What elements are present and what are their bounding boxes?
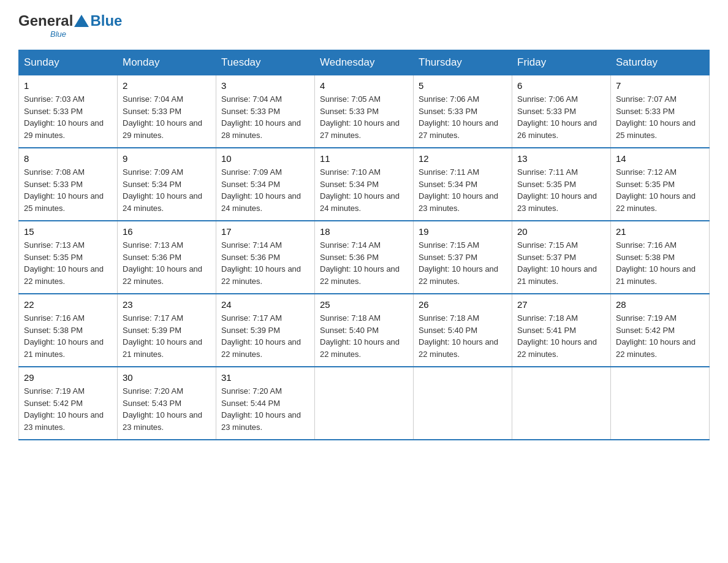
day-number: 21	[616, 226, 704, 237]
day-info: Sunrise: 7:19 AMSunset: 5:42 PMDaylight:…	[616, 312, 704, 360]
calendar-cell: 10Sunrise: 7:09 AMSunset: 5:34 PMDayligh…	[216, 148, 315, 221]
day-info: Sunrise: 7:18 AMSunset: 5:40 PMDaylight:…	[320, 312, 408, 360]
calendar-cell: 30Sunrise: 7:20 AMSunset: 5:43 PMDayligh…	[118, 367, 216, 440]
calendar-cell: 11Sunrise: 7:10 AMSunset: 5:34 PMDayligh…	[315, 148, 414, 221]
day-info: Sunrise: 7:11 AMSunset: 5:34 PMDaylight:…	[419, 166, 507, 214]
day-info: Sunrise: 7:06 AMSunset: 5:33 PMDaylight:…	[517, 93, 605, 141]
day-info: Sunrise: 7:18 AMSunset: 5:40 PMDaylight:…	[419, 312, 507, 360]
calendar-cell: 7Sunrise: 7:07 AMSunset: 5:33 PMDaylight…	[611, 75, 710, 148]
day-info: Sunrise: 7:05 AMSunset: 5:33 PMDaylight:…	[320, 93, 408, 141]
weekday-header-row: SundayMondayTuesdayWednesdayThursdayFrid…	[19, 50, 710, 75]
weekday-header-sunday: Sunday	[19, 50, 118, 75]
calendar-cell: 1Sunrise: 7:03 AMSunset: 5:33 PMDaylight…	[19, 75, 118, 148]
day-info: Sunrise: 7:17 AMSunset: 5:39 PMDaylight:…	[221, 312, 309, 360]
day-number: 12	[419, 153, 507, 164]
day-number: 9	[123, 153, 211, 164]
calendar-week-row: 8Sunrise: 7:08 AMSunset: 5:33 PMDaylight…	[19, 148, 710, 221]
day-info: Sunrise: 7:20 AMSunset: 5:43 PMDaylight:…	[123, 385, 211, 433]
calendar-cell: 15Sunrise: 7:13 AMSunset: 5:35 PMDayligh…	[19, 221, 118, 294]
calendar-cell: 19Sunrise: 7:15 AMSunset: 5:37 PMDayligh…	[414, 221, 512, 294]
day-info: Sunrise: 7:13 AMSunset: 5:36 PMDaylight:…	[123, 239, 211, 287]
calendar-cell: 17Sunrise: 7:14 AMSunset: 5:36 PMDayligh…	[216, 221, 315, 294]
calendar-cell: 28Sunrise: 7:19 AMSunset: 5:42 PMDayligh…	[611, 294, 710, 367]
calendar-cell: 25Sunrise: 7:18 AMSunset: 5:40 PMDayligh…	[315, 294, 414, 367]
day-info: Sunrise: 7:14 AMSunset: 5:36 PMDaylight:…	[320, 239, 408, 287]
calendar-week-row: 29Sunrise: 7:19 AMSunset: 5:42 PMDayligh…	[19, 367, 710, 440]
day-number: 3	[221, 80, 309, 91]
day-number: 25	[320, 299, 408, 310]
day-info: Sunrise: 7:17 AMSunset: 5:39 PMDaylight:…	[123, 312, 211, 360]
day-info: Sunrise: 7:04 AMSunset: 5:33 PMDaylight:…	[123, 93, 211, 141]
day-info: Sunrise: 7:18 AMSunset: 5:41 PMDaylight:…	[517, 312, 605, 360]
calendar-cell: 9Sunrise: 7:09 AMSunset: 5:34 PMDaylight…	[118, 148, 216, 221]
weekday-header-friday: Friday	[512, 50, 611, 75]
day-number: 30	[123, 372, 211, 383]
calendar-cell: 29Sunrise: 7:19 AMSunset: 5:42 PMDayligh…	[19, 367, 118, 440]
day-number: 19	[419, 226, 507, 237]
calendar-cell: 12Sunrise: 7:11 AMSunset: 5:34 PMDayligh…	[414, 148, 512, 221]
day-info: Sunrise: 7:10 AMSunset: 5:34 PMDaylight:…	[320, 166, 408, 214]
calendar-cell	[512, 367, 611, 440]
calendar-cell: 21Sunrise: 7:16 AMSunset: 5:38 PMDayligh…	[611, 221, 710, 294]
day-number: 5	[419, 80, 507, 91]
day-info: Sunrise: 7:15 AMSunset: 5:37 PMDaylight:…	[419, 239, 507, 287]
day-info: Sunrise: 7:19 AMSunset: 5:42 PMDaylight:…	[24, 385, 112, 433]
logo-subtitle: Blue	[50, 29, 66, 39]
day-number: 16	[123, 226, 211, 237]
weekday-header-wednesday: Wednesday	[315, 50, 414, 75]
day-number: 11	[320, 153, 408, 164]
day-number: 26	[419, 299, 507, 310]
day-info: Sunrise: 7:16 AMSunset: 5:38 PMDaylight:…	[24, 312, 112, 360]
day-number: 6	[517, 80, 605, 91]
logo-triangle-icon	[74, 15, 89, 27]
day-info: Sunrise: 7:16 AMSunset: 5:38 PMDaylight:…	[616, 239, 704, 287]
day-info: Sunrise: 7:04 AMSunset: 5:33 PMDaylight:…	[221, 93, 309, 141]
day-number: 17	[221, 226, 309, 237]
day-number: 15	[24, 226, 112, 237]
page-header: GeneralBlueBlue	[18, 12, 710, 39]
calendar-cell: 24Sunrise: 7:17 AMSunset: 5:39 PMDayligh…	[216, 294, 315, 367]
day-info: Sunrise: 7:13 AMSunset: 5:35 PMDaylight:…	[24, 239, 112, 287]
day-number: 8	[24, 153, 112, 164]
weekday-header-saturday: Saturday	[611, 50, 710, 75]
calendar-cell: 2Sunrise: 7:04 AMSunset: 5:33 PMDaylight…	[118, 75, 216, 148]
day-info: Sunrise: 7:03 AMSunset: 5:33 PMDaylight:…	[24, 93, 112, 141]
day-number: 7	[616, 80, 704, 91]
day-info: Sunrise: 7:20 AMSunset: 5:44 PMDaylight:…	[221, 385, 309, 433]
calendar-cell	[611, 367, 710, 440]
day-number: 13	[517, 153, 605, 164]
weekday-header-tuesday: Tuesday	[216, 50, 315, 75]
day-number: 2	[123, 80, 211, 91]
day-number: 1	[24, 80, 112, 91]
day-number: 23	[123, 299, 211, 310]
calendar-cell: 5Sunrise: 7:06 AMSunset: 5:33 PMDaylight…	[414, 75, 512, 148]
logo-blue-text: Blue	[90, 12, 122, 29]
day-info: Sunrise: 7:06 AMSunset: 5:33 PMDaylight:…	[419, 93, 507, 141]
calendar-cell: 22Sunrise: 7:16 AMSunset: 5:38 PMDayligh…	[19, 294, 118, 367]
day-number: 22	[24, 299, 112, 310]
weekday-header-thursday: Thursday	[414, 50, 512, 75]
day-number: 14	[616, 153, 704, 164]
day-info: Sunrise: 7:14 AMSunset: 5:36 PMDaylight:…	[221, 239, 309, 287]
calendar-cell: 26Sunrise: 7:18 AMSunset: 5:40 PMDayligh…	[414, 294, 512, 367]
weekday-header-monday: Monday	[118, 50, 216, 75]
calendar-week-row: 22Sunrise: 7:16 AMSunset: 5:38 PMDayligh…	[19, 294, 710, 367]
calendar-table: SundayMondayTuesdayWednesdayThursdayFrid…	[18, 50, 710, 440]
day-number: 27	[517, 299, 605, 310]
day-info: Sunrise: 7:07 AMSunset: 5:33 PMDaylight:…	[616, 93, 704, 141]
day-number: 18	[320, 226, 408, 237]
logo: GeneralBlueBlue	[18, 12, 122, 39]
calendar-week-row: 1Sunrise: 7:03 AMSunset: 5:33 PMDaylight…	[19, 75, 710, 148]
day-number: 20	[517, 226, 605, 237]
calendar-cell: 18Sunrise: 7:14 AMSunset: 5:36 PMDayligh…	[315, 221, 414, 294]
day-info: Sunrise: 7:08 AMSunset: 5:33 PMDaylight:…	[24, 166, 112, 214]
day-number: 4	[320, 80, 408, 91]
day-info: Sunrise: 7:11 AMSunset: 5:35 PMDaylight:…	[517, 166, 605, 214]
calendar-cell: 14Sunrise: 7:12 AMSunset: 5:35 PMDayligh…	[611, 148, 710, 221]
day-number: 10	[221, 153, 309, 164]
calendar-cell: 4Sunrise: 7:05 AMSunset: 5:33 PMDaylight…	[315, 75, 414, 148]
calendar-cell: 16Sunrise: 7:13 AMSunset: 5:36 PMDayligh…	[118, 221, 216, 294]
calendar-cell: 23Sunrise: 7:17 AMSunset: 5:39 PMDayligh…	[118, 294, 216, 367]
calendar-cell: 6Sunrise: 7:06 AMSunset: 5:33 PMDaylight…	[512, 75, 611, 148]
calendar-cell: 8Sunrise: 7:08 AMSunset: 5:33 PMDaylight…	[19, 148, 118, 221]
